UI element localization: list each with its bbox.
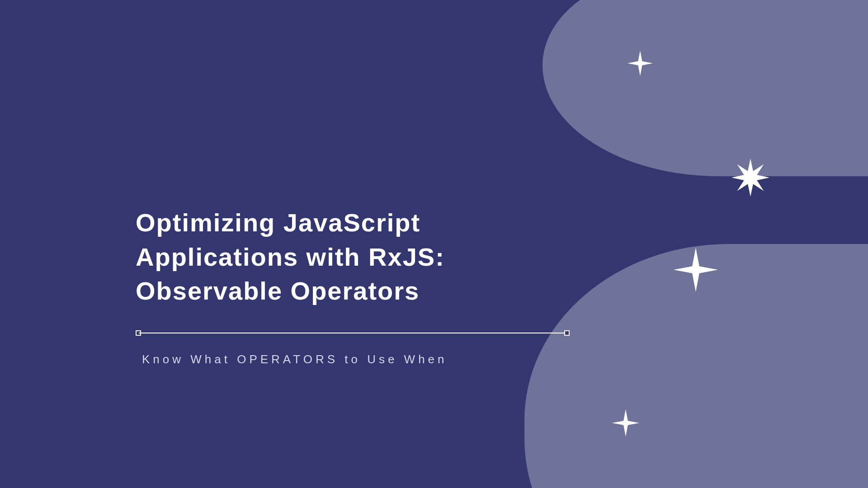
- sparkle-icon: [612, 409, 639, 436]
- divider-line: [139, 333, 566, 333]
- blob-top-shape: [542, 0, 868, 176]
- star-icon: [731, 159, 769, 197]
- divider: [136, 330, 570, 336]
- sparkle-icon: [627, 51, 653, 76]
- divider-cap-right: [564, 330, 570, 336]
- sparkle-icon: [674, 248, 718, 292]
- page-title: Optimizing JavaScript Applications with …: [136, 206, 588, 308]
- page-subtitle: Know What OPERATORS to Use When: [142, 352, 588, 366]
- content-block: Optimizing JavaScript Applications with …: [136, 206, 588, 366]
